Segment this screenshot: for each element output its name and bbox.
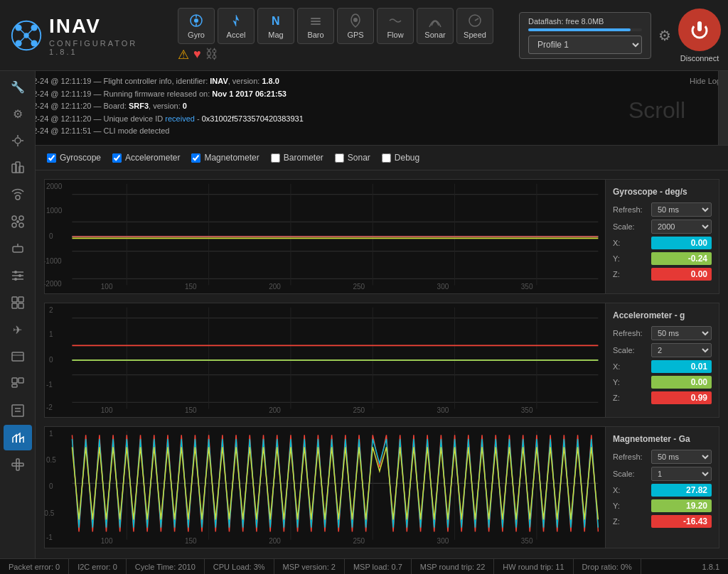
status-msp-version: MSP version: 2 xyxy=(274,559,345,574)
cb-debug-input[interactable] xyxy=(382,153,391,163)
gyroscope-refresh-select[interactable]: 50 ms100 ms xyxy=(651,202,712,217)
sidebar-item-wrench[interactable]: 🔧 xyxy=(4,74,32,99)
svg-point-30 xyxy=(19,216,23,220)
gear-button[interactable]: ⚙ xyxy=(658,27,671,44)
status-drop-ratio: Drop ratio: 0% xyxy=(574,559,641,574)
sidebar-item-config[interactable] xyxy=(4,128,32,153)
gyroscope-y-value: -0.24 xyxy=(651,252,712,265)
accel-x-field: X: 0.01 xyxy=(613,360,712,373)
header: INAV CONFIGURATOR 1.8.1 Gyro Accel N xyxy=(0,0,728,71)
scroll-hint: Scroll xyxy=(628,92,685,129)
svg-rect-43 xyxy=(18,297,23,302)
status-bar: Packet error: 0 I2C error: 0 Cycle Time:… xyxy=(0,558,728,574)
mag-y-field: Y: 19.20 xyxy=(613,499,712,512)
sidebar-item-receiver[interactable] xyxy=(4,182,32,207)
logo-icon xyxy=(11,18,42,53)
accelerometer-chart: 2 1 0 -1 -2 100 150 200 250 300 350 xyxy=(45,303,605,417)
svg-text:N: N xyxy=(272,15,280,27)
flow-btn[interactable]: Flow xyxy=(377,8,414,44)
mag-icon: N xyxy=(268,13,284,28)
sidebar-item-sensors[interactable] xyxy=(4,425,32,450)
sidebar-item-acc[interactable] xyxy=(4,452,32,477)
mag-scale-select[interactable]: 0.512 xyxy=(651,467,712,481)
speed-btn[interactable]: Speed xyxy=(456,8,493,44)
disconnect-button[interactable]: Disconnect xyxy=(678,9,721,63)
svg-point-9 xyxy=(194,18,198,23)
cb-gyroscope-input[interactable] xyxy=(47,153,56,163)
magnetometer-info: Magnetometer - Ga Refresh: 50 ms Scale: … xyxy=(605,427,719,548)
sidebar-item-logging[interactable] xyxy=(4,398,32,423)
sidebar-item-adjust[interactable] xyxy=(4,263,32,288)
cb-barometer-input[interactable] xyxy=(271,153,280,163)
gyro-icon xyxy=(188,13,204,28)
cb-sonar-input[interactable] xyxy=(335,153,344,163)
y-label-mag: Y: xyxy=(613,502,648,510)
svg-point-7 xyxy=(23,33,28,38)
status-packet-error: Packet error: 0 xyxy=(0,559,69,574)
gyroscope-scale-select[interactable]: 25050010002000 xyxy=(651,220,712,234)
cb-sonar[interactable]: Sonar xyxy=(335,153,370,163)
svg-rect-42 xyxy=(12,297,17,302)
cb-gyroscope[interactable]: Gyroscope xyxy=(47,153,101,163)
status-cpu-load: CPU Load: 3% xyxy=(205,559,274,574)
sidebar-item-mission[interactable]: ✈ xyxy=(4,317,32,342)
svg-point-41 xyxy=(14,278,17,281)
accel-refresh-label: Refresh: xyxy=(613,329,648,337)
svg-rect-49 xyxy=(18,378,23,383)
sidebar-item-osd[interactable] xyxy=(4,344,32,369)
mag-btn[interactable]: N Mag xyxy=(257,8,294,44)
sidebar: 🔧 ⚙ ✈ xyxy=(0,71,36,558)
cb-debug[interactable]: Debug xyxy=(382,153,419,163)
log-scrollbar[interactable] xyxy=(718,71,728,145)
status-msp-round-trip: MSP round trip: 22 xyxy=(412,559,495,574)
sidebar-item-motor[interactable] xyxy=(4,209,32,234)
accel-z-field: Z: 0.99 xyxy=(613,391,712,404)
gps-btn[interactable]: GPS xyxy=(337,8,374,44)
mag-x-value: 27.82 xyxy=(651,484,712,497)
svg-rect-13 xyxy=(311,18,321,19)
accel-btn[interactable]: Accel xyxy=(218,8,255,44)
mag-refresh-select[interactable]: 50 ms xyxy=(651,450,712,464)
svg-point-31 xyxy=(12,223,16,227)
gyroscope-z-field: Z: 0.00 xyxy=(613,268,712,281)
baro-btn[interactable]: Baro xyxy=(297,8,334,44)
accel-scale-field: Scale: 248 xyxy=(613,343,712,357)
speed-label: Speed xyxy=(464,31,486,39)
sidebar-item-tools[interactable]: ⚙ xyxy=(4,101,32,126)
gyroscope-chart: 2000 1000 0 -1000 -2000 100 150 200 250 … xyxy=(45,180,605,293)
gps-icon xyxy=(348,13,363,28)
accel-scale-select[interactable]: 248 xyxy=(651,343,712,357)
mag-scale-label: Scale: xyxy=(613,470,648,478)
svg-rect-14 xyxy=(311,21,321,22)
link-icon: ⛓ xyxy=(205,47,218,63)
magnetometer-chart: 1 0.5 0 -0.5 -1 100 150 200 250 300 350 xyxy=(45,427,605,548)
accelerometer-panel: 2 1 0 -1 -2 100 150 200 250 300 350 xyxy=(44,303,719,418)
cb-magnetometer[interactable]: Magnetometer xyxy=(191,153,259,163)
profile-select[interactable]: Profile 1 Profile 2 Profile 3 xyxy=(528,36,642,54)
logo-area: INAV CONFIGURATOR 1.8.1 xyxy=(0,8,171,63)
cb-barometer[interactable]: Barometer xyxy=(271,153,323,163)
sidebar-item-pid[interactable] xyxy=(4,155,32,180)
sonar-btn[interactable]: Sonar xyxy=(417,8,454,44)
mag-z-value: -16.43 xyxy=(651,515,712,528)
svg-point-28 xyxy=(16,195,20,200)
svg-point-29 xyxy=(12,216,16,220)
cb-accelerometer-input[interactable] xyxy=(112,153,122,163)
warning-icon: ⚠ xyxy=(178,47,189,63)
sidebar-item-modes[interactable] xyxy=(4,290,32,315)
dataflash-panel: Dataflash: free 8.0MB Profile 1 Profile … xyxy=(519,12,651,59)
accel-refresh-select[interactable]: 50 ms xyxy=(651,326,712,340)
gyro-btn[interactable]: Gyro xyxy=(178,8,215,44)
hide-log-button[interactable]: Hide Log xyxy=(690,75,721,88)
y-label-gyro: Y: xyxy=(613,254,648,263)
accel-icon xyxy=(228,13,244,28)
cb-magnetometer-input[interactable] xyxy=(191,153,200,163)
cb-accelerometer[interactable]: Accelerometer xyxy=(112,153,180,163)
sensor-buttons: Gyro Accel N Mag Baro xyxy=(171,8,500,44)
x-label-mag: X: xyxy=(613,486,648,494)
sidebar-item-servo[interactable] xyxy=(4,236,32,261)
svg-rect-46 xyxy=(12,352,23,361)
sidebar-item-gps2[interactable] xyxy=(4,371,32,396)
status-i2c-error: I2C error: 0 xyxy=(69,559,127,574)
svg-point-33 xyxy=(16,220,19,223)
